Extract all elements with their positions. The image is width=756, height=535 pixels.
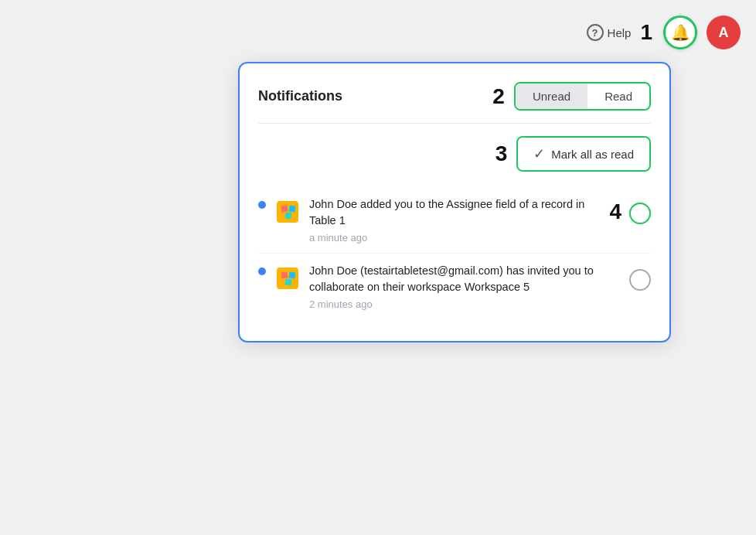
help-icon: ? [587,24,604,41]
notif-time-1: a minute ago [309,232,601,244]
read-toggle-1[interactable] [629,203,651,224]
svg-rect-3 [288,205,295,212]
app-icon-2 [274,264,301,292]
tab-group: Unread Read [514,82,651,111]
svg-rect-7 [288,271,295,278]
tab-unread[interactable]: Unread [516,83,587,109]
mark-all-label: Mark all as read [551,148,634,161]
divider [258,123,651,124]
svg-rect-6 [281,271,288,278]
avatar-button[interactable]: A [707,15,741,49]
svg-rect-5 [277,268,298,289]
notification-item-1: John Doe added you to the Assignee field… [258,187,651,253]
mark-all-button[interactable]: ✓ Mark all as read [516,136,651,172]
svg-rect-2 [281,205,288,212]
tab-read[interactable]: Read [587,83,649,109]
panel-title: Notifications [258,88,342,104]
step-2-label: 2 [492,84,505,109]
unread-dot-1 [258,201,266,209]
help-button[interactable]: ? Help [587,24,632,41]
notif-content-1: John Doe added you to the Assignee field… [309,196,601,244]
notification-item-2: John Doe (testairtabletest@gmail.com) ha… [258,253,651,319]
step-3-label: 3 [495,141,508,166]
svg-rect-8 [285,279,292,286]
top-bar: ? Help 1 🔔 A [587,15,741,49]
app-icon-1 [274,198,301,226]
check-circle-icon: ✓ [533,145,545,162]
mark-all-row: 3 ✓ Mark all as read [258,136,651,172]
help-label: Help [608,26,632,39]
notif-content-2: John Doe (testairtabletest@gmail.com) ha… [309,263,621,310]
notif-text-1: John Doe added you to the Assignee field… [309,196,601,229]
notif-right-2 [629,266,651,291]
read-toggle-2[interactable] [629,269,651,291]
unread-dot-2 [258,268,266,275]
step-1-label: 1 [640,20,652,45]
avatar-label: A [719,25,729,41]
svg-rect-4 [285,213,292,220]
bell-button[interactable]: 🔔 [663,15,697,49]
notif-right-1: 4 [609,199,651,224]
notif-time-2: 2 minutes ago [309,298,621,310]
bell-icon: 🔔 [671,23,690,42]
panel-header: Notifications 2 Unread Read [258,82,651,111]
step-4-label: 4 [609,199,621,224]
notification-panel: Notifications 2 Unread Read 3 ✓ Mark all… [238,62,671,342]
notif-text-2: John Doe (testairtabletest@gmail.com) ha… [309,263,621,295]
